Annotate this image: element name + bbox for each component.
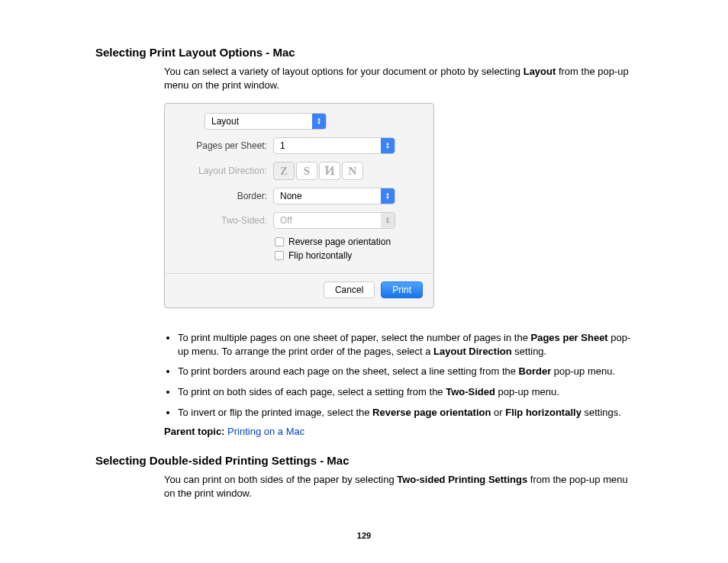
bold-fragment: Border — [519, 365, 552, 377]
text-fragment: To invert or flip the printed image, sel… — [178, 407, 372, 418]
layout-direction-seg-n[interactable]: N — [342, 162, 363, 180]
instruction-list: To print multiple pages on one sheet of … — [164, 331, 633, 419]
page-number: 129 — [0, 531, 728, 540]
flip-horizontally-row[interactable]: Flip horizontally — [275, 250, 423, 261]
main-layout-select[interactable]: Layout ▲▼ — [205, 113, 327, 130]
print-layout-dialog: Layout ▲▼ Pages per Sheet: 1 ▲▼ Layout D… — [164, 103, 434, 308]
list-item: To print multiple pages on one sheet of … — [178, 331, 633, 358]
bold-fragment: Flip horizontally — [505, 407, 581, 418]
dialog-separator — [165, 273, 433, 274]
section-intro-1: You can select a variety of layout optio… — [164, 65, 633, 92]
two-sided-value: Off — [280, 215, 292, 226]
reverse-orientation-checkbox[interactable] — [275, 237, 284, 246]
text-fragment: To print on both sides of each page, sel… — [178, 386, 446, 397]
layout-bold: Layout — [523, 66, 556, 77]
bold-fragment: Two-Sided — [446, 386, 495, 397]
section-heading-2: Selecting Double-sided Printing Settings… — [95, 454, 633, 467]
text-fragment: pop-up menu. — [551, 365, 615, 377]
print-button[interactable]: Print — [381, 282, 423, 298]
layout-direction-seg-w[interactable]: Ͷ — [319, 162, 340, 180]
layout-direction-seg-z[interactable]: Z — [273, 162, 295, 180]
flip-horizontally-label: Flip horizontally — [288, 250, 352, 261]
parent-topic-label: Parent topic: — [164, 426, 227, 437]
flip-horizontally-checkbox[interactable] — [275, 251, 284, 260]
list-item: To print on both sides of each page, sel… — [178, 385, 633, 399]
list-item: To print borders around each page on the… — [178, 365, 633, 378]
text-fragment: To print multiple pages on one sheet of … — [178, 332, 531, 343]
chevron-updown-icon: ▲▼ — [381, 213, 395, 228]
text-fragment: settings. — [581, 407, 621, 418]
reverse-orientation-row[interactable]: Reverse page orientation — [275, 236, 423, 247]
text-fragment: To print borders around each page on the… — [178, 365, 519, 377]
bold-fragment: Layout Direction — [433, 346, 512, 357]
reverse-orientation-label: Reverse page orientation — [288, 236, 391, 247]
section-heading-1: Selecting Print Layout Options - Mac — [95, 46, 633, 59]
intro-text: You can select a variety of layout optio… — [164, 66, 523, 77]
text-fragment: setting. — [512, 346, 547, 357]
border-select[interactable]: None ▲▼ — [273, 188, 395, 204]
bold-fragment: Reverse page orientation — [372, 407, 491, 418]
border-label: Border: — [176, 191, 267, 201]
parent-topic: Parent topic: Printing on a Mac — [164, 426, 633, 437]
bold-fragment: Pages per Sheet — [531, 332, 608, 343]
layout-direction-seg-s[interactable]: S — [296, 162, 317, 180]
two-sided-label: Two-Sided: — [176, 215, 267, 226]
parent-topic-link[interactable]: Printing on a Mac — [227, 426, 304, 437]
section-intro-2: You can print on both sides of the paper… — [164, 473, 633, 500]
two-sided-bold: Two-sided Printing Settings — [397, 474, 527, 485]
two-sided-select: Off ▲▼ — [273, 212, 395, 229]
pages-per-sheet-value: 1 — [280, 140, 285, 151]
main-select-value: Layout — [211, 116, 239, 127]
text-fragment: pop-up menu. — [495, 386, 559, 397]
pages-per-sheet-select[interactable]: 1 ▲▼ — [273, 137, 395, 154]
chevron-updown-icon: ▲▼ — [381, 188, 395, 204]
layout-direction-label: Layout Direction: — [176, 166, 267, 176]
border-value: None — [280, 191, 302, 201]
pages-per-sheet-label: Pages per Sheet: — [176, 140, 267, 151]
layout-direction-segments: Z S Ͷ N — [273, 162, 363, 180]
chevron-updown-icon: ▲▼ — [381, 138, 395, 153]
list-item: To invert or flip the printed image, sel… — [178, 406, 633, 420]
text-fragment: or — [491, 407, 505, 418]
cancel-button[interactable]: Cancel — [324, 282, 375, 298]
intro-text: You can print on both sides of the paper… — [164, 474, 397, 485]
chevron-updown-icon: ▲▼ — [312, 114, 326, 129]
